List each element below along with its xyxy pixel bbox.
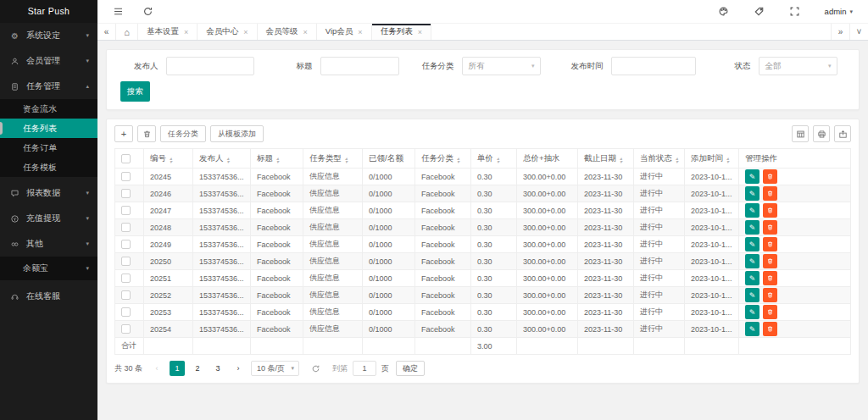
- close-icon[interactable]: ×: [184, 28, 188, 36]
- delete-button[interactable]: [763, 288, 777, 302]
- sort-icons[interactable]: ▴▾: [227, 157, 230, 163]
- row-checkbox[interactable]: [121, 324, 131, 334]
- sidebar-item-reports[interactable]: 报表数据 ▾: [0, 180, 97, 206]
- goto-confirm-button[interactable]: 确定: [396, 361, 425, 376]
- print-button[interactable]: [813, 125, 830, 142]
- row-checkbox[interactable]: [121, 223, 131, 232]
- column-header[interactable]: 标题▴▾: [251, 149, 303, 169]
- page-size-select[interactable]: 10 条/页 ▾: [251, 361, 299, 376]
- column-header[interactable]: 任务类型▴▾: [303, 149, 363, 169]
- edit-button[interactable]: ✎: [745, 220, 760, 235]
- page-button-3[interactable]: 3: [210, 361, 225, 376]
- row-checkbox[interactable]: [121, 307, 131, 317]
- tabs-scroll-right[interactable]: »: [831, 24, 849, 40]
- add-button[interactable]: +: [114, 125, 133, 142]
- add-from-template-button[interactable]: 从模板添加: [210, 125, 264, 142]
- sidebar-item-tasks[interactable]: 任务管理 ▴: [0, 74, 97, 99]
- delete-button[interactable]: [763, 271, 777, 285]
- status-select[interactable]: 全部 ▾: [759, 57, 837, 75]
- column-header[interactable]: 添加时间▴▾: [685, 149, 739, 169]
- collapse-menu-icon[interactable]: [113, 6, 124, 17]
- sidebar-item-task-templates[interactable]: 任务模板: [0, 158, 97, 177]
- edit-button[interactable]: ✎: [745, 186, 760, 201]
- sort-icons[interactable]: ▴▾: [497, 157, 499, 163]
- page-button-2[interactable]: 2: [190, 361, 205, 376]
- sidebar-item-system-settings[interactable]: ⚙ 系统设定 ▾: [0, 23, 97, 48]
- user-menu[interactable]: admin ▾: [825, 7, 853, 16]
- sort-icons[interactable]: ▴▾: [276, 157, 279, 163]
- tab-member-level[interactable]: 会员等级×: [258, 24, 317, 40]
- sort-icons[interactable]: ▴▾: [620, 157, 622, 163]
- delete-button[interactable]: [763, 220, 777, 235]
- row-checkbox[interactable]: [121, 206, 131, 215]
- row-checkbox[interactable]: [121, 240, 131, 249]
- edit-button[interactable]: ✎: [745, 237, 760, 251]
- fullscreen-icon[interactable]: [789, 6, 800, 17]
- row-checkbox[interactable]: [121, 189, 131, 198]
- sidebar-item-task-orders[interactable]: 任务订单: [0, 138, 97, 158]
- search-button[interactable]: 搜索: [120, 81, 150, 102]
- title-input[interactable]: [320, 57, 399, 75]
- column-header[interactable]: 任务分类▴▾: [415, 149, 471, 169]
- edit-button[interactable]: ✎: [745, 288, 760, 302]
- sort-icons[interactable]: ▴▾: [170, 157, 172, 163]
- sidebar-item-online-service[interactable]: 在线客服: [0, 284, 97, 309]
- tabs-scroll-left[interactable]: «: [97, 24, 116, 40]
- column-header[interactable]: 单价▴▾: [471, 149, 517, 169]
- edit-button[interactable]: ✎: [745, 322, 760, 336]
- delete-button[interactable]: [763, 322, 777, 336]
- tabs-menu-icon[interactable]: ˅: [849, 24, 868, 40]
- sort-icons[interactable]: ▴▾: [676, 157, 678, 163]
- tab-member-center[interactable]: 会员中心×: [198, 24, 257, 40]
- goto-page-input[interactable]: [353, 361, 376, 376]
- batch-delete-button[interactable]: [137, 125, 156, 142]
- sidebar-item-task-list[interactable]: 任务列表: [0, 119, 97, 138]
- row-checkbox[interactable]: [121, 257, 131, 266]
- filter-columns-button[interactable]: [792, 125, 809, 142]
- column-header[interactable]: 管理操作: [739, 149, 851, 169]
- close-icon[interactable]: ×: [358, 28, 362, 36]
- column-header[interactable]: 截止日期▴▾: [578, 149, 634, 169]
- sidebar-item-recharge-withdraw[interactable]: 充值提现 ▾: [0, 206, 97, 231]
- theme-palette-icon[interactable]: [718, 6, 729, 17]
- sort-icons[interactable]: ▴▾: [457, 157, 459, 163]
- prev-page-button[interactable]: ‹: [149, 361, 164, 376]
- delete-button[interactable]: [763, 254, 777, 268]
- task-category-button[interactable]: 任务分类: [160, 125, 206, 142]
- column-header[interactable]: 发布人▴▾: [193, 149, 251, 169]
- refresh-table-icon[interactable]: [311, 364, 320, 373]
- close-icon[interactable]: ×: [243, 28, 248, 36]
- next-page-button[interactable]: ›: [231, 361, 246, 376]
- row-checkbox[interactable]: [121, 290, 131, 300]
- publisher-input[interactable]: [166, 57, 254, 75]
- delete-button[interactable]: [763, 203, 777, 218]
- tab-vip-member[interactable]: Vip会员×: [317, 24, 372, 40]
- tag-icon[interactable]: [754, 6, 765, 17]
- delete-button[interactable]: [763, 237, 777, 251]
- refresh-icon[interactable]: [142, 6, 153, 17]
- category-select[interactable]: 所有 ▾: [462, 57, 541, 75]
- tab-task-list[interactable]: 任务列表×: [372, 24, 431, 40]
- column-header[interactable]: 总价+抽水: [517, 149, 578, 169]
- delete-button[interactable]: [763, 305, 777, 319]
- sidebar-item-yuebao[interactable]: 余额宝 ▾: [0, 257, 97, 280]
- tab-basic-settings[interactable]: 基本设置×: [138, 24, 198, 40]
- edit-button[interactable]: ✎: [745, 203, 760, 218]
- delete-button[interactable]: [763, 169, 777, 184]
- column-header[interactable]: 编号▴▾: [144, 149, 193, 169]
- column-header[interactable]: 已领/名额: [363, 149, 415, 169]
- publish-time-input[interactable]: [611, 57, 696, 75]
- row-checkbox[interactable]: [121, 172, 131, 181]
- page-button-1[interactable]: 1: [170, 361, 185, 376]
- export-button[interactable]: [834, 125, 851, 142]
- edit-button[interactable]: ✎: [745, 305, 760, 319]
- edit-button[interactable]: ✎: [745, 169, 760, 184]
- sort-icons[interactable]: ▴▾: [726, 157, 729, 163]
- edit-button[interactable]: ✎: [745, 271, 760, 285]
- close-icon[interactable]: ×: [303, 28, 308, 36]
- sidebar-item-fund-flow[interactable]: 资金流水: [0, 99, 97, 119]
- select-all-checkbox[interactable]: [121, 154, 131, 163]
- column-header[interactable]: 当前状态▴▾: [634, 149, 685, 169]
- home-tab[interactable]: ⌂: [116, 24, 138, 40]
- sidebar-item-others[interactable]: 其他 ▾: [0, 231, 97, 257]
